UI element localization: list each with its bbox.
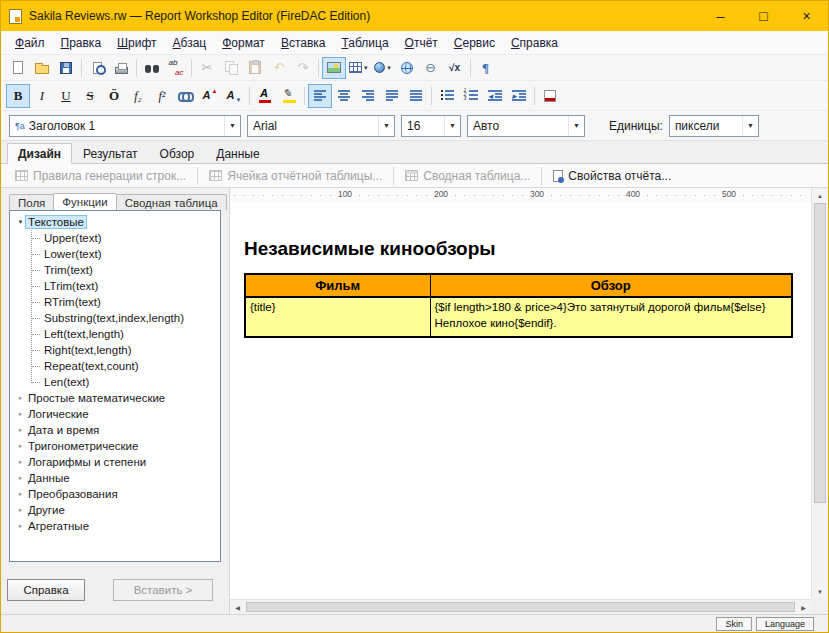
horizontal-scroll-thumb[interactable]	[246, 602, 795, 612]
report-properties-button[interactable]: Свойства отчёта...	[545, 169, 679, 183]
expand-icon[interactable]: ▸	[15, 458, 26, 466]
skin-button[interactable]: Skin	[716, 617, 752, 631]
align-justify-button[interactable]	[380, 84, 404, 108]
menu-item[interactable]: Справка	[503, 33, 566, 53]
menu-item[interactable]: Таблица	[334, 33, 397, 53]
menu-item[interactable]: Формат	[214, 33, 273, 53]
view-tab[interactable]: Результат	[72, 143, 149, 164]
tree-leaf[interactable]: LTrim(text)	[28, 278, 220, 294]
italic-button[interactable]: I	[30, 84, 54, 108]
grow-font-button[interactable]	[198, 84, 222, 108]
highlight-color-button[interactable]	[277, 84, 301, 108]
find-button[interactable]	[140, 57, 164, 79]
font-family-combo[interactable]: Arial ▼	[247, 115, 395, 137]
insert-formula-button[interactable]: √x	[443, 57, 467, 79]
tree-leaf[interactable]: Upper(text)	[28, 230, 220, 246]
expand-icon[interactable]: ▸	[15, 490, 26, 498]
panel-tab[interactable]: Поля	[9, 194, 54, 210]
menu-item[interactable]: Абзац	[165, 33, 215, 53]
expand-icon[interactable]: ▸	[15, 442, 26, 450]
shrink-font-button[interactable]	[222, 84, 246, 108]
document-heading[interactable]: Независимые кинообзоры	[244, 238, 811, 260]
print-button[interactable]	[109, 57, 133, 79]
align-right-button[interactable]	[356, 84, 380, 108]
scroll-right-icon[interactable]	[796, 600, 811, 614]
menu-item[interactable]: Правка	[53, 33, 110, 53]
panel-tab[interactable]: Функции	[53, 193, 116, 210]
tree-leaf[interactable]: RTrim(text)	[28, 294, 220, 310]
tree-node[interactable]: ▸Дата и время	[12, 422, 220, 438]
expand-icon[interactable]: ▸	[15, 394, 26, 402]
chevron-down-icon[interactable]: ▼	[568, 116, 584, 136]
strikethrough-button[interactable]: S	[78, 84, 102, 108]
tree-leaf[interactable]: Right(text,length)	[28, 342, 220, 358]
subscript-button[interactable]: f₂	[126, 84, 150, 108]
font-color-combo[interactable]: Авто ▼	[467, 115, 585, 137]
menu-item[interactable]: Шрифт	[109, 33, 164, 53]
document-canvas[interactable]: Независимые кинообзоры Фильм Обзор {titl…	[230, 202, 811, 599]
replace-button[interactable]	[164, 57, 188, 79]
hyperlink-button[interactable]	[174, 84, 198, 108]
units-combo[interactable]: пиксели ▼	[669, 115, 759, 137]
tree-node[interactable]: ▸Тригонометрические	[12, 438, 220, 454]
minimize-button[interactable]: –	[699, 1, 742, 31]
insert-image-button[interactable]	[322, 57, 346, 79]
scroll-left-icon[interactable]	[230, 600, 245, 614]
app-icon[interactable]	[9, 9, 22, 24]
align-left-button[interactable]	[308, 84, 332, 108]
tree-node[interactable]: ▸Логические	[12, 406, 220, 422]
view-tab[interactable]: Дизайн	[7, 143, 72, 164]
view-tab[interactable]: Данные	[205, 143, 270, 164]
view-tab[interactable]: Обзор	[149, 143, 206, 164]
underline-button[interactable]: U	[54, 84, 78, 108]
table-header-review[interactable]: Обзор	[430, 274, 792, 297]
numbered-list-button[interactable]	[459, 84, 483, 108]
tree-node[interactable]: ▾Текстовые	[12, 214, 220, 230]
insert-hyperlink-button[interactable]	[395, 57, 419, 79]
scroll-up-icon[interactable]	[812, 188, 828, 203]
open-file-button[interactable]	[30, 57, 54, 79]
vertical-scroll-thumb[interactable]	[814, 203, 826, 503]
expand-icon[interactable]: ▸	[15, 522, 26, 530]
new-document-button[interactable]	[6, 57, 30, 79]
chevron-down-icon[interactable]: ▼	[742, 116, 758, 136]
tree-leaf[interactable]: Left(text,length)	[28, 326, 220, 342]
menu-item[interactable]: Файл	[7, 33, 53, 53]
horizontal-scrollbar[interactable]	[230, 599, 811, 614]
collapse-icon[interactable]: ▾	[15, 218, 26, 226]
superscript-button[interactable]: f²	[150, 84, 174, 108]
font-color-button[interactable]	[253, 84, 277, 108]
expand-icon[interactable]: ▸	[15, 474, 26, 482]
increase-indent-button[interactable]	[507, 84, 531, 108]
insert-horizontal-line-button[interactable]: ⊖	[419, 57, 443, 79]
insert-table-button[interactable]: ▾	[346, 57, 371, 79]
tree-node[interactable]: ▸Логарифмы и степени	[12, 454, 220, 470]
expand-icon[interactable]: ▸	[15, 506, 26, 514]
formatting-marks-button[interactable]: ¶	[474, 57, 498, 79]
expand-icon[interactable]: ▸	[15, 426, 26, 434]
vertical-scrollbar[interactable]	[811, 188, 828, 599]
tree-leaf[interactable]: Trim(text)	[28, 262, 220, 278]
table-header-film[interactable]: Фильм	[245, 274, 430, 297]
insert-object-button[interactable]: ▾	[371, 57, 395, 79]
align-force-justify-button[interactable]	[404, 84, 428, 108]
help-button[interactable]: Справка	[7, 579, 85, 601]
tree-node[interactable]: ▸Данные	[12, 470, 220, 486]
menu-item[interactable]: Сервис	[446, 33, 503, 53]
special-characters-button[interactable]: Ö	[102, 84, 126, 108]
expand-icon[interactable]: ▸	[15, 410, 26, 418]
language-button[interactable]: Language	[756, 617, 814, 631]
close-button[interactable]: ×	[785, 1, 828, 31]
chevron-down-icon[interactable]: ▼	[224, 116, 240, 136]
chevron-down-icon[interactable]: ▼	[444, 116, 460, 136]
tree-leaf[interactable]: Len(text)	[28, 374, 220, 390]
save-file-button[interactable]	[54, 57, 78, 79]
tree-leaf[interactable]: Repeat(text,count)	[28, 358, 220, 374]
chevron-down-icon[interactable]: ▼	[378, 116, 394, 136]
decrease-indent-button[interactable]	[483, 84, 507, 108]
print-preview-button[interactable]	[85, 57, 109, 79]
tree-node[interactable]: ▸Преобразования	[12, 486, 220, 502]
bold-button[interactable]: B	[6, 84, 30, 108]
tree-node[interactable]: ▸Агрегатные	[12, 518, 220, 534]
paragraph-style-combo[interactable]: ¶a Заголовок 1 ▼	[9, 115, 241, 137]
